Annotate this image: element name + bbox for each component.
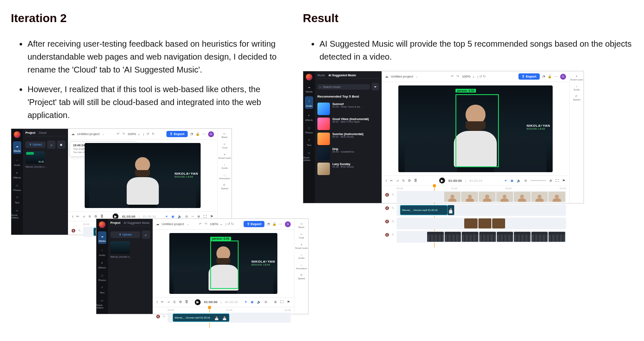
- rail-effects[interactable]: ✦Effects: [305, 112, 313, 121]
- more-icon[interactable]: ⋯: [202, 132, 206, 136]
- project-title[interactable]: Untitled project: [162, 222, 184, 226]
- song-title: Drip: [332, 148, 354, 150]
- export-button[interactable]: ⇪ Export: [166, 131, 188, 137]
- zoom-in-icon[interactable]: ⊕: [197, 215, 200, 218]
- tool-split-icon[interactable]: ⎘: [89, 215, 91, 218]
- record-button[interactable]: ⏺: [57, 140, 65, 149]
- avatar[interactable]: G: [285, 221, 291, 227]
- rail-text[interactable]: TText: [306, 137, 312, 146]
- search-icon: ⌕: [50, 143, 53, 147]
- right-speed[interactable]: ⏱Speed: [221, 184, 228, 190]
- fullscreen-icon[interactable]: ⛶: [204, 215, 207, 218]
- right-crop[interactable]: ✂Crop: [222, 143, 227, 149]
- iteration-bullets: After receiving user-testing feedback ba…: [11, 38, 286, 122]
- tab-ai-suggested[interactable]: AI Suggested Music: [328, 74, 356, 77]
- right-smart[interactable]: ✦Smart tools: [570, 75, 583, 81]
- avatar[interactable]: G: [208, 131, 214, 137]
- rail-stock[interactable]: ▭Stock videos: [11, 207, 23, 219]
- export-button[interactable]: ⇪ Export: [518, 73, 540, 80]
- redo-disabled-icon: ↷: [122, 132, 125, 136]
- rail-audio[interactable]: ♪Audio: [305, 96, 313, 109]
- zoom-value[interactable]: 100%: [128, 132, 136, 136]
- zoom-slider[interactable]: [191, 216, 194, 217]
- undo-icon[interactable]: ↶: [117, 132, 120, 136]
- undo-icon[interactable]: ↶: [199, 222, 202, 226]
- topbar: ☁ Untitled project ⌄ ↶ ↷ 100%⌄ | ↺ ↻ ⇪ E…: [68, 129, 217, 140]
- history-fwd-icon[interactable]: ↻: [152, 132, 155, 136]
- upload-button[interactable]: ⬆ Upload: [25, 141, 45, 148]
- history-back-icon[interactable]: ↺: [146, 132, 149, 136]
- chevron-down-icon[interactable]: ⌄: [415, 75, 418, 78]
- result-bullet-1: AI Suggested Music will provide the top …: [319, 38, 632, 63]
- song-item[interactable]: Drip00:42 · GiveMeFive: [317, 148, 379, 160]
- tab-ai-suggested[interactable]: AI Suggested Music: [123, 221, 149, 224]
- rail-audio[interactable]: ♪Audio: [14, 157, 20, 166]
- avatar[interactable]: G: [560, 74, 566, 80]
- song-thumb: [317, 103, 330, 115]
- right-speed[interactable]: ⏱Speed: [573, 95, 580, 101]
- lock-icon[interactable]: 🔒: [196, 132, 200, 136]
- mute-icon[interactable]: 🔇: [71, 229, 75, 233]
- rail-photos[interactable]: ▢Photos: [305, 125, 313, 134]
- chevron-down-icon[interactable]: ⌄: [138, 132, 141, 136]
- video-preview[interactable]: person: 0.53 NIKOLAYYANDESIGN LEAD: [169, 233, 277, 294]
- rail-photos[interactable]: ▢Photos: [98, 272, 106, 281]
- magic-icon[interactable]: ✦: [165, 215, 168, 218]
- project-title[interactable]: Untitled project: [391, 75, 413, 78]
- media-thumb[interactable]: [111, 241, 130, 254]
- video-preview[interactable]: person: 0.53 NIKOLAYYANDESIGN LEAD: [398, 85, 553, 172]
- rail-effects[interactable]: ✦Effects: [13, 170, 21, 179]
- rail-text[interactable]: TText: [14, 195, 20, 204]
- zoom-out-icon[interactable]: ⊖: [185, 215, 188, 218]
- tool-layers-icon[interactable]: ≣: [101, 215, 103, 218]
- edit-icon[interactable]: ✎: [78, 229, 81, 233]
- right-smart[interactable]: ✦Smart tools: [218, 153, 231, 159]
- tool-text-icon[interactable]: I: [72, 215, 73, 218]
- tab-project[interactable]: Project: [111, 221, 121, 224]
- song-item[interactable]: Lazy Sunday01:26 · BCD Studio: [317, 163, 379, 175]
- time-sep: |: [138, 215, 139, 218]
- search-button[interactable]: ⌕: [47, 140, 55, 149]
- filter-button[interactable]: ⏷: [372, 83, 379, 90]
- tab-cloud[interactable]: Cloud: [39, 131, 46, 134]
- search-button[interactable]: ⌕: [142, 231, 150, 239]
- rail-effects[interactable]: ✦Effects: [98, 260, 106, 269]
- media-thumb[interactable]: Added 01:20: [25, 151, 45, 164]
- undo-icon[interactable]: ↶: [451, 75, 454, 78]
- project-title[interactable]: Untitled project: [77, 132, 99, 136]
- rail-photos[interactable]: ▢Photos: [13, 182, 21, 191]
- song-item[interactable]: Sunroof01:00 · Nicky Youre & da…: [317, 103, 379, 115]
- chevron-down-icon[interactable]: ⌄: [186, 222, 189, 226]
- search-input[interactable]: ⌕Search music: [317, 84, 370, 90]
- rail-audio[interactable]: ♪Audio: [99, 247, 105, 256]
- right-basic[interactable]: ▭Basic: [221, 132, 228, 138]
- play-button[interactable]: ▶: [439, 178, 445, 183]
- right-audio[interactable]: ♪Audio: [221, 163, 228, 169]
- time-duration: 01:20:16: [143, 215, 156, 218]
- clock-icon[interactable]: ◔: [190, 132, 193, 136]
- fit-icon[interactable]: ◉: [171, 215, 174, 218]
- upload-button[interactable]: ⬆ Upload: [111, 231, 140, 238]
- tab-music[interactable]: Music: [317, 74, 325, 77]
- song-thumb: [317, 118, 330, 130]
- play-button[interactable]: ▶: [195, 299, 201, 305]
- export-button[interactable]: ⇪ Export: [244, 221, 265, 227]
- rail-text[interactable]: TText: [99, 285, 105, 294]
- rail-media[interactable]: ☁Media: [98, 231, 106, 244]
- rail-media[interactable]: ☁Media: [306, 84, 312, 93]
- song-item[interactable]: Sunrise (Instrumental)00:31 · BCD Studio: [317, 133, 379, 145]
- rail-media[interactable]: ☁Media: [13, 141, 21, 154]
- video-preview[interactable]: NIKOLAYYANDESIGN LEAD: [85, 143, 201, 208]
- right-audio[interactable]: ♪Audio: [574, 85, 580, 91]
- rail-stock[interactable]: ▭Stock videos: [303, 150, 315, 161]
- tool-crop-icon[interactable]: ✂: [76, 215, 79, 218]
- volume-icon[interactable]: 🔈: [178, 215, 182, 218]
- tab-project[interactable]: Project: [25, 131, 35, 134]
- chevron-down-icon[interactable]: ⌄: [102, 132, 105, 136]
- right-anim[interactable]: ◌Animation: [219, 173, 230, 180]
- rail-stock[interactable]: ▭Stock videos: [96, 297, 108, 309]
- tool-rotate-icon[interactable]: ⤾: [83, 215, 86, 218]
- tool-adjust-icon[interactable]: ⚙: [94, 215, 97, 218]
- settings-icon[interactable]: ⚑: [210, 215, 213, 218]
- song-item[interactable]: Good Vibes (Instrumental)02:51 · Elam On…: [317, 118, 379, 130]
